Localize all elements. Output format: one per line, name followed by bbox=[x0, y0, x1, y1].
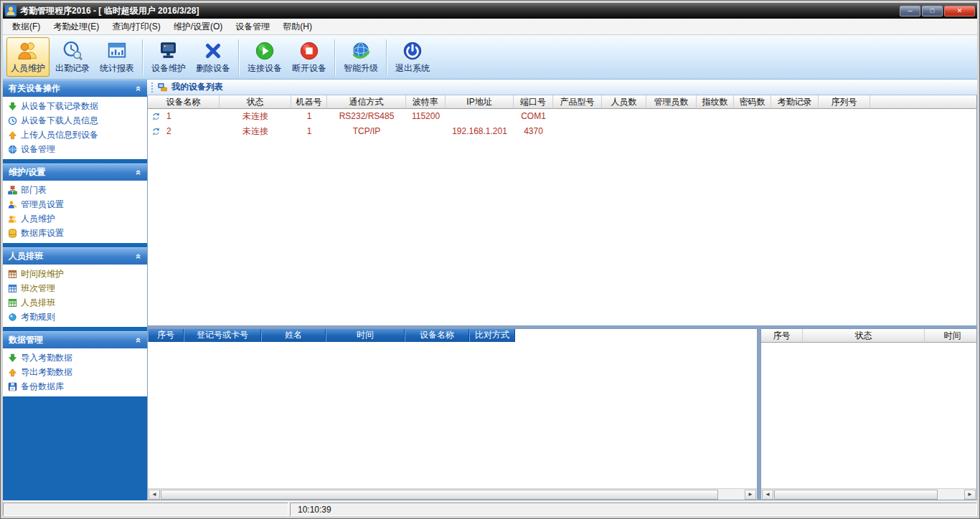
device-column-header[interactable]: 状态 bbox=[220, 95, 291, 109]
collapse-chevron-icon[interactable] bbox=[133, 338, 144, 343]
minimize-button[interactable]: ─ bbox=[900, 6, 920, 16]
scroll-left-icon[interactable] bbox=[149, 490, 160, 500]
sidebar-section-header[interactable]: 数据管理 bbox=[3, 331, 147, 348]
delete-device-button[interactable]: 删除设备 bbox=[192, 37, 235, 77]
record-hscrollbar[interactable] bbox=[148, 488, 757, 500]
toolbar-separator bbox=[238, 39, 240, 75]
sidebar-section: 维护/设置部门表管理员设置人员维护数据库设置 bbox=[3, 163, 147, 243]
sidebar-item-device-management[interactable]: 设备管理 bbox=[7, 142, 146, 156]
sidebar-item-shift-management[interactable]: 班次管理 bbox=[7, 281, 146, 295]
exit-system-button[interactable]: 退出系统 bbox=[391, 37, 434, 77]
sidebar-item-admin-settings[interactable]: 管理员设置 bbox=[7, 197, 146, 211]
sidebar-item-label: 备份数据库 bbox=[21, 381, 64, 393]
record-column-header[interactable]: 登记号或卡号 bbox=[184, 329, 261, 342]
toolbar-button-label: 统计报表 bbox=[100, 62, 134, 75]
toolbar-separator bbox=[386, 39, 387, 75]
record-table-panel: 序号登记号或卡号姓名时间设备名称比对方式 bbox=[147, 328, 758, 500]
sidebar: 有关设备操作从设备下载记录数据从设备下载人员信息上传人员信息到设备设备管理维护/… bbox=[3, 80, 147, 500]
scroll-right-icon[interactable] bbox=[964, 490, 976, 500]
sidebar-item-backup-database[interactable]: 备份数据库 bbox=[7, 379, 146, 394]
monitor-column-header[interactable]: 时间 bbox=[925, 329, 977, 343]
device-column-header[interactable]: 密码数 bbox=[734, 95, 771, 109]
device-column-header[interactable]: 考勤记录 bbox=[771, 95, 819, 109]
device-column-header[interactable]: 机器号 bbox=[291, 95, 327, 109]
menu-item[interactable]: 维护/设置(O) bbox=[167, 19, 230, 35]
people-icon bbox=[17, 39, 39, 62]
device-column-header-filler bbox=[870, 95, 976, 109]
smart-upgrade-button[interactable]: 智能升级 bbox=[339, 37, 382, 77]
device-column-header[interactable]: 指纹数 bbox=[697, 95, 734, 109]
scroll-left-icon[interactable] bbox=[762, 490, 773, 500]
record-scroll-thumb[interactable] bbox=[161, 490, 718, 500]
sidebar-section-header[interactable]: 有关设备操作 bbox=[3, 80, 147, 97]
sidebar-item-attendance-rules[interactable]: 考勤规则 bbox=[7, 310, 146, 324]
collapse-chevron-icon[interactable] bbox=[133, 254, 144, 259]
sidebar-item-label: 导出考勤数据 bbox=[21, 366, 72, 378]
sidebar-item-export-attendance-data[interactable]: 导出考勤数据 bbox=[7, 365, 146, 379]
statistics-report-button[interactable]: 统计报表 bbox=[95, 37, 138, 77]
record-column-header[interactable]: 比对方式 bbox=[469, 329, 515, 342]
device-column-header[interactable]: IP地址 bbox=[446, 95, 514, 109]
menu-item[interactable]: 查询/打印(S) bbox=[105, 19, 166, 35]
menu-item[interactable]: 考勤处理(E) bbox=[47, 19, 105, 35]
sidebar-item-database-settings[interactable]: 数据库设置 bbox=[7, 226, 146, 240]
device-column-header[interactable]: 产品型号 bbox=[553, 95, 602, 109]
globe-icon bbox=[7, 144, 18, 155]
personnel-maintain-button[interactable]: 人员维护 bbox=[6, 37, 50, 77]
menu-item[interactable]: 设备管理 bbox=[229, 19, 276, 35]
download-blue-icon bbox=[7, 115, 18, 126]
sidebar-item-personnel-maintain[interactable]: 人员维护 bbox=[7, 211, 146, 226]
report-icon bbox=[105, 39, 128, 62]
titlebar[interactable]: 考勤管理程序2016 - [ 临时超级用户 2016/3/28] ─ □ ✕ bbox=[3, 3, 977, 19]
record-column-header[interactable]: 时间 bbox=[326, 329, 405, 342]
sidebar-section-header[interactable]: 人员排班 bbox=[3, 247, 147, 265]
collapse-chevron-icon[interactable] bbox=[133, 86, 144, 91]
device-column-header[interactable]: 设备名称 bbox=[148, 95, 220, 109]
device-column-header[interactable]: 通信方式 bbox=[327, 95, 406, 109]
sidebar-item-department-table[interactable]: 部门表 bbox=[7, 183, 146, 197]
close-button[interactable]: ✕ bbox=[944, 6, 975, 16]
monitor-table-panel: 序号状态时间 bbox=[760, 328, 977, 500]
record-column-header[interactable]: 设备名称 bbox=[405, 329, 469, 342]
device-column-header[interactable]: 端口号 bbox=[514, 95, 553, 109]
menu-item[interactable]: 帮助(H) bbox=[276, 19, 319, 35]
disconnect-device-button[interactable]: 断开设备 bbox=[288, 37, 331, 77]
monitor-hscrollbar[interactable] bbox=[761, 488, 976, 500]
sidebar-section-header[interactable]: 维护/设置 bbox=[3, 163, 147, 181]
device-maintain-button[interactable]: 设备维护 bbox=[147, 37, 190, 77]
record-scroll-track[interactable] bbox=[160, 490, 745, 500]
sidebar-item-download-personnel-info[interactable]: 从设备下载人员信息 bbox=[7, 113, 146, 128]
sidebar-item-time-period-maintain[interactable]: 时间段维护 bbox=[7, 267, 146, 281]
import-icon bbox=[7, 353, 18, 363]
device-row[interactable]: 2未连接1TCP/IP192.168.1.2014370 bbox=[148, 124, 976, 139]
monitor-scroll-track[interactable] bbox=[773, 490, 964, 500]
device-cell bbox=[771, 124, 819, 139]
record-table-body bbox=[148, 342, 757, 488]
device-table-header: 设备名称状态机器号通信方式波特率IP地址端口号产品型号人员数管理员数指纹数密码数… bbox=[148, 95, 976, 109]
monitor-column-header[interactable]: 序号 bbox=[761, 329, 803, 343]
device-column-header[interactable]: 管理员数 bbox=[646, 95, 697, 109]
device-cell: RS232/RS485 bbox=[327, 109, 406, 124]
sidebar-item-import-attendance-data[interactable]: 导入考勤数据 bbox=[7, 351, 146, 365]
connect-device-button[interactable]: 连接设备 bbox=[243, 37, 286, 77]
upload-orange-icon bbox=[7, 130, 18, 141]
monitor-scroll-thumb[interactable] bbox=[774, 490, 938, 500]
toolbar-button-label: 设备维护 bbox=[151, 62, 186, 75]
scroll-right-icon[interactable] bbox=[745, 490, 756, 500]
attendance-records-button[interactable]: 出勤记录 bbox=[51, 37, 94, 77]
maximize-button[interactable]: □ bbox=[922, 6, 943, 16]
monitor-column-header[interactable]: 状态 bbox=[803, 329, 925, 343]
record-column-header[interactable]: 姓名 bbox=[261, 329, 326, 342]
sidebar-item-upload-personnel-info[interactable]: 上传人员信息到设备 bbox=[7, 128, 146, 142]
device-column-header[interactable]: 人员数 bbox=[602, 95, 646, 109]
sidebar-item-label: 班次管理 bbox=[21, 282, 55, 295]
device-column-header[interactable]: 波特率 bbox=[406, 95, 446, 109]
record-column-header[interactable]: 序号 bbox=[148, 329, 184, 342]
menu-item[interactable]: 数据(F) bbox=[6, 19, 47, 35]
device-row[interactable]: 1未连接1RS232/RS485115200COM1 bbox=[148, 109, 976, 124]
sidebar-item-personnel-scheduling[interactable]: 人员排班 bbox=[7, 295, 146, 310]
collapse-chevron-icon[interactable] bbox=[133, 170, 144, 175]
sidebar-item-download-record-data[interactable]: 从设备下载记录数据 bbox=[7, 99, 146, 113]
device-cell bbox=[771, 109, 819, 124]
device-column-header[interactable]: 序列号 bbox=[819, 95, 870, 109]
